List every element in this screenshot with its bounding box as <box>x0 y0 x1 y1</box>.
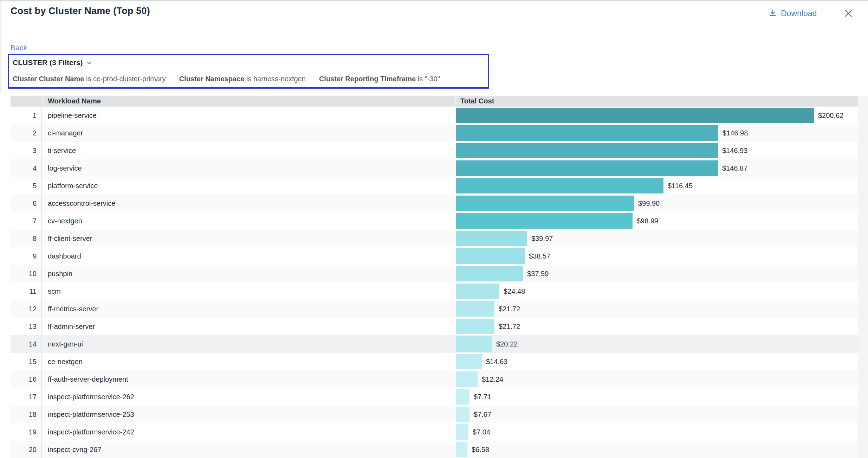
cost-value-label: $146.87 <box>722 159 747 177</box>
workload-name-cell: inspect-platformservice-242 <box>48 423 134 441</box>
row-rank: 17 <box>11 388 37 406</box>
row-rank: 8 <box>11 230 37 247</box>
scrollbar-gutter[interactable] <box>858 96 868 458</box>
cost-value-label: $21.72 <box>499 300 520 318</box>
table-row[interactable]: 11 scm $24.48 <box>11 282 858 300</box>
filter-summary-toggle[interactable]: CLUSTER (3 Filters) <box>13 58 92 67</box>
workload-name-cell: inspect-cvng-267 <box>48 441 101 458</box>
workload-name-cell: cv-nextgen <box>48 212 82 230</box>
table-row[interactable]: 12 ff-metrics-server $21.72 <box>11 300 858 318</box>
cost-value-label: $146.98 <box>723 124 748 142</box>
cost-bar[interactable] <box>456 231 527 246</box>
row-rank: 7 <box>11 212 37 230</box>
table-row[interactable]: 10 pushpin $37.59 <box>11 265 858 282</box>
cost-bar[interactable] <box>456 143 718 158</box>
row-rank: 5 <box>11 177 37 195</box>
row-rank: 15 <box>11 353 37 370</box>
cost-bar[interactable] <box>456 178 663 193</box>
cost-bar[interactable] <box>456 213 633 229</box>
table-row[interactable]: 6 accesscontrol-service $99.90 <box>11 195 858 212</box>
workload-name-cell: ff-client-server <box>48 230 92 247</box>
cost-bar[interactable] <box>456 266 523 281</box>
table-row[interactable]: 19 inspect-platformservice-242 $7.04 <box>11 423 858 441</box>
column-divider-index <box>41 96 42 458</box>
column-header-total-cost[interactable]: Total Cost <box>460 96 494 107</box>
table-row[interactable]: 4 log-service $146.87 <box>11 159 858 177</box>
cost-bar[interactable] <box>456 336 492 352</box>
column-divider-cost <box>456 107 456 458</box>
workload-name-cell: ce-nextgen <box>48 353 83 370</box>
cost-bar[interactable] <box>456 371 478 387</box>
table-row[interactable]: 7 cv-nextgen $98.99 <box>11 212 858 230</box>
table-row[interactable]: 15 ce-nextgen $14.63 <box>11 353 858 370</box>
cost-table-body: 1 pipeline-service $200.62 2 ci-manager … <box>11 107 858 458</box>
cost-value-label: $39.97 <box>531 230 553 247</box>
table-row[interactable]: 5 platform-service $116.45 <box>11 177 858 195</box>
filter-summary-label: CLUSTER (3 Filters) <box>13 58 83 67</box>
panel-top-edge <box>0 0 868 1</box>
workload-name-cell: dashboard <box>48 247 81 265</box>
cost-value-label: $6.58 <box>472 441 489 458</box>
row-rank: 10 <box>11 265 37 282</box>
workload-name-cell: ff-admin-server <box>48 318 95 335</box>
table-row[interactable]: 18 inspect-platformservice-253 $7.67 <box>11 406 858 423</box>
back-link[interactable]: Back <box>11 44 27 52</box>
cost-value-label: $7.04 <box>473 423 490 441</box>
close-button[interactable] <box>842 7 855 20</box>
workload-name-cell: ff-auth-server-deployment <box>48 370 128 388</box>
table-row[interactable]: 2 ci-manager $146.98 <box>11 124 858 142</box>
table-row[interactable]: 14 next-gen-ui $20.22 <box>11 335 858 353</box>
row-rank: 2 <box>11 124 37 142</box>
cost-value-label: $12.24 <box>482 370 503 388</box>
table-row[interactable]: 16 ff-auth-server-deployment $12.24 <box>11 370 858 388</box>
cost-value-label: $38.57 <box>529 247 550 265</box>
row-rank: 3 <box>11 142 37 159</box>
cost-value-label: $146.93 <box>722 142 747 159</box>
cost-bar[interactable] <box>456 248 525 264</box>
row-rank: 18 <box>11 406 37 423</box>
cost-bar[interactable] <box>456 196 634 211</box>
cost-value-label: $24.48 <box>504 282 525 300</box>
table-row[interactable]: 3 ti-service $146.93 <box>11 142 858 159</box>
filter-item-list: Cluster Cluster Name is ce-prod-cluster-… <box>13 75 440 83</box>
row-rank: 12 <box>11 300 37 318</box>
column-header-workload-name[interactable]: Workload Name <box>48 96 101 107</box>
cost-bar[interactable] <box>456 108 814 123</box>
row-rank: 9 <box>11 247 37 265</box>
chevron-down-icon <box>86 60 92 66</box>
table-row[interactable]: 9 dashboard $38.57 <box>11 247 858 265</box>
workload-name-cell: inspect-platformservice-262 <box>48 388 134 406</box>
table-row[interactable]: 17 inspect-platformservice-262 $7.71 <box>11 388 858 406</box>
table-row[interactable]: 1 pipeline-service $200.62 <box>11 107 858 124</box>
close-icon <box>843 8 854 19</box>
cost-value-label: $20.22 <box>496 335 518 353</box>
workload-name-cell: ti-service <box>48 142 76 159</box>
table-row[interactable]: 13 ff-admin-server $21.72 <box>11 318 858 335</box>
row-rank: 16 <box>11 370 37 388</box>
download-button[interactable]: Download <box>768 7 817 20</box>
cost-bar[interactable] <box>456 284 499 299</box>
drill-down-modal: Cost by Cluster Name (Top 50) Download B… <box>0 0 868 458</box>
workload-name-cell: ci-manager <box>48 124 83 142</box>
filter-item[interactable]: Cluster Namespace is harness-nextgen <box>179 75 306 83</box>
table-row[interactable]: 20 inspect-cvng-267 $6.58 <box>11 441 858 458</box>
filter-item[interactable]: Cluster Cluster Name is ce-prod-cluster-… <box>13 75 166 83</box>
cost-value-label: $7.67 <box>474 406 491 423</box>
workload-name-cell: pipeline-service <box>48 107 97 124</box>
workload-name-cell: pushpin <box>48 265 72 282</box>
cost-bar[interactable] <box>456 389 469 405</box>
cost-bar[interactable] <box>456 160 718 176</box>
row-rank: 13 <box>11 318 37 335</box>
table-row[interactable]: 8 ff-client-server $39.97 <box>11 230 858 247</box>
cost-bar[interactable] <box>456 424 468 440</box>
cost-value-label: $98.99 <box>637 212 658 230</box>
cost-bar[interactable] <box>456 354 482 369</box>
workload-name-cell: inspect-platformservice-253 <box>48 406 134 423</box>
workload-name-cell: scm <box>48 282 61 300</box>
cost-bar[interactable] <box>456 319 494 334</box>
filter-item[interactable]: Cluster Reporting Timeframe is "-30" <box>319 75 440 83</box>
cost-bar[interactable] <box>456 407 469 422</box>
cost-bar[interactable] <box>456 125 718 141</box>
cost-bar[interactable] <box>456 301 494 317</box>
cost-bar[interactable] <box>456 442 467 457</box>
